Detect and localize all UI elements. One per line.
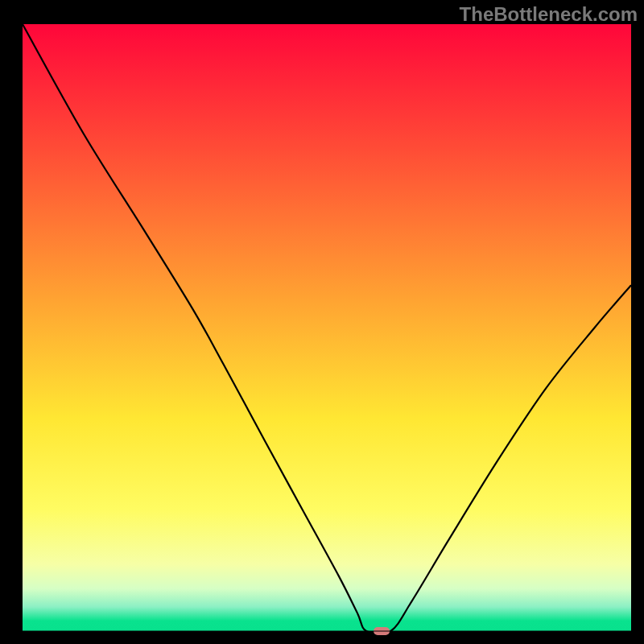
chart-container: TheBottleneck.com: [0, 0, 644, 644]
plot-background: [23, 24, 631, 631]
bottleneck-chart: [0, 0, 644, 644]
watermark-text: TheBottleneck.com: [460, 3, 638, 26]
